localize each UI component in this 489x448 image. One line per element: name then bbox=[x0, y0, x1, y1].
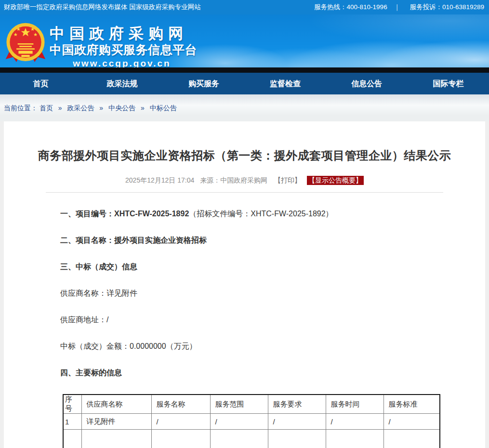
site-url[interactable]: www.ccgp.gov.cn bbox=[50, 57, 194, 67]
breadcrumb-procurement-notices[interactable]: 政采公告 bbox=[67, 104, 94, 112]
publish-datetime: 2025年12月12日 17:04 bbox=[125, 176, 194, 184]
supplier-name-value: 供应商名称：详见附件 bbox=[60, 289, 137, 297]
col-header-service-time: 服务时间 bbox=[326, 395, 383, 414]
header-divider bbox=[0, 67, 489, 73]
project-number-value: 一、项目编号：XHTC-FW-2025-1892 bbox=[60, 210, 189, 218]
breadcrumb-home[interactable]: 首页 bbox=[40, 104, 53, 112]
cell-seq: 1 bbox=[63, 414, 81, 430]
col-header-service-scope: 服务范围 bbox=[210, 395, 268, 414]
field-supplier-name: 供应商名称：详见附件 bbox=[60, 288, 456, 299]
award-amount-value: 中标（成交）金额：0.0000000（万元） bbox=[60, 342, 197, 350]
col-header-service-name: 服务名称 bbox=[151, 395, 210, 414]
main-bid-info-table: 序号 供应商名称 服务名称 服务范围 服务要求 服务时间 服务标准 1 详见附件… bbox=[63, 394, 440, 448]
nav-item-home[interactable]: 首页 bbox=[0, 73, 81, 94]
nav-item-supervision[interactable]: 监督检查 bbox=[245, 73, 326, 94]
service-complaint: 服务投诉：010-63819289 bbox=[410, 3, 484, 11]
cell-service-requirements: / bbox=[268, 414, 326, 430]
topbar-divider: ｜ bbox=[394, 3, 400, 11]
print-button[interactable]: 【打印】 bbox=[274, 176, 301, 184]
cell-supplier-name: 详见附件 bbox=[81, 414, 151, 430]
article-meta: 2025年12月12日 17:04 来源：中国政府采购网 【打印】 【显示公告概… bbox=[4, 176, 485, 185]
col-header-service-standard: 服务标准 bbox=[383, 395, 440, 414]
section-project-name: 二、项目名称：援外项目实施企业资格招标 bbox=[60, 235, 456, 246]
nav-item-regulations[interactable]: 政采法规 bbox=[81, 73, 163, 94]
breadcrumb-separator: » bbox=[141, 104, 145, 112]
bid-doc-number-value: （招标文件编号：XHTC-FW-2025-1892） bbox=[189, 210, 333, 218]
breadcrumb-label: 当前位置： bbox=[4, 104, 38, 112]
col-header-supplier-name: 供应商名称 bbox=[81, 395, 151, 414]
page-title: 商务部援外项目实施企业资格招标（第一类：援外成套项目管理企业）结果公示 bbox=[4, 121, 485, 163]
breadcrumb: 当前位置： 首页 » 政采公告 » 中央公告 » 中标公告 bbox=[0, 94, 489, 121]
cell-service-time: / bbox=[326, 414, 383, 430]
main-nav: 首页 政采法规 购买服务 监督检查 信息公告 国际专栏 bbox=[0, 73, 489, 94]
project-name-value: 二、项目名称：援外项目实施企业资格招标 bbox=[60, 236, 207, 244]
nav-item-international[interactable]: 国际专栏 bbox=[408, 73, 489, 94]
section-award-info: 三、中标（成交）信息 bbox=[60, 262, 456, 272]
section-project-number: 一、项目编号：XHTC-FW-2025-1892（招标文件编号：XHTC-FW-… bbox=[60, 209, 456, 219]
table-row: 1 详见附件 / / / / / bbox=[63, 414, 440, 430]
china-national-emblem-icon bbox=[5, 22, 46, 65]
topbar-slogan: 财政部唯一指定政府采购信息网络发布媒体 国家级政府采购专业网站 bbox=[4, 3, 201, 12]
site-header-banner: 中国政府采购网 中国政府购买服务信息平台 www.ccgp.gov.cn bbox=[0, 14, 489, 67]
nav-item-purchase-services[interactable]: 购买服务 bbox=[163, 73, 244, 94]
main-bid-info-heading: 四、主要标的信息 bbox=[60, 369, 122, 377]
cell-service-name: / bbox=[151, 414, 210, 430]
field-award-amount: 中标（成交）金额：0.0000000（万元） bbox=[60, 341, 456, 352]
site-logo: 中国政府采购网 中国政府购买服务信息平台 www.ccgp.gov.cn bbox=[50, 25, 195, 67]
table-row-empty bbox=[63, 430, 440, 448]
section-main-bid-info: 四、主要标的信息 bbox=[60, 368, 456, 378]
field-supplier-address: 供应商地址：/ bbox=[60, 315, 456, 325]
topbar-contacts: 服务热线：400-810-1996 ｜ 服务投诉：010-63819289 bbox=[311, 3, 484, 12]
supplier-address-value: 供应商地址：/ bbox=[60, 316, 108, 324]
col-header-service-requirements: 服务要求 bbox=[268, 395, 326, 414]
topbar: 财政部唯一指定政府采购信息网络发布媒体 国家级政府采购专业网站 服务热线：400… bbox=[0, 0, 489, 14]
site-subtitle: 中国政府购买服务信息平台 bbox=[50, 42, 195, 57]
article: 商务部援外项目实施企业资格招标（第一类：援外成套项目管理企业）结果公示 2025… bbox=[4, 121, 485, 448]
cell-service-standard: / bbox=[383, 414, 440, 430]
nav-item-announcements[interactable]: 信息公告 bbox=[326, 73, 408, 94]
breadcrumb-award-notices[interactable]: 中标公告 bbox=[150, 104, 177, 112]
site-title[interactable]: 中国政府采购网 bbox=[50, 25, 195, 42]
award-info-heading: 三、中标（成交）信息 bbox=[60, 263, 137, 271]
service-hotline: 服务热线：400-810-1996 bbox=[314, 3, 387, 11]
article-source: 来源：中国政府采购网 bbox=[200, 176, 267, 184]
breadcrumb-separator: » bbox=[99, 104, 103, 112]
show-summary-button[interactable]: 【显示公告概要】 bbox=[307, 176, 364, 185]
breadcrumb-central-notices[interactable]: 中央公告 bbox=[108, 104, 135, 112]
article-body: 一、项目编号：XHTC-FW-2025-1892（招标文件编号：XHTC-FW-… bbox=[4, 193, 485, 448]
table-header-row: 序号 供应商名称 服务名称 服务范围 服务要求 服务时间 服务标准 bbox=[63, 395, 440, 414]
breadcrumb-separator: » bbox=[58, 104, 62, 112]
cell-service-scope: / bbox=[210, 414, 268, 430]
col-header-seq: 序号 bbox=[63, 395, 81, 414]
